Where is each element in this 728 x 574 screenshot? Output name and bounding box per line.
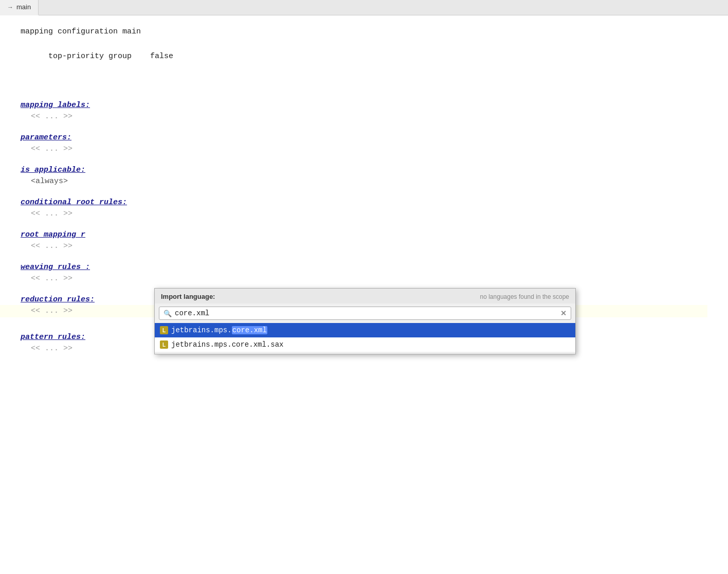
section-mapping-labels: mapping labels: << ... >> [21,101,707,123]
popup-header: Import language: no languages found in t… [155,289,575,303]
popup-hint: no languages found in the scope [480,293,569,300]
popup-search-box[interactable]: 🔍 ✕ [159,307,571,320]
item-icon: L [160,326,168,334]
popup-title: Import language: [161,293,215,300]
item-suffix: .sax [266,340,284,349]
import-language-popup: Import language: no languages found in t… [154,288,576,354]
list-item[interactable]: L jetbrains.mps.core.xml.sax [155,337,575,352]
search-icon: 🔍 [163,310,172,317]
tab-label: main [16,3,31,11]
config-key: top-priority group false [48,52,173,61]
search-input[interactable] [175,309,557,317]
item-match: core.xml [232,326,267,334]
popup-list: L jetbrains.mps.core.xml L jetbrains.mps… [155,323,575,352]
weaving-rules-placeholder: << ... >> [21,273,707,285]
item-text: jetbrains.mps.core.xml [171,326,267,334]
pattern-rules-link[interactable]: pattern rules: [21,333,85,342]
weaving-rules-link[interactable]: weaving rules : [21,263,90,272]
item-text: jetbrains.mps.core.xml.sax [171,340,283,349]
config-header: mapping configuration main top-priority … [21,26,707,75]
is-applicable-link[interactable]: is applicable: [21,166,85,174]
section-root-mapping-rules: root mapping r << ... >> [21,230,707,253]
conditional-root-rules-placeholder: << ... >> [21,208,707,220]
config-line1: mapping configuration main [21,26,707,38]
tab-main[interactable]: → main [0,0,39,15]
is-applicable-value: <always> [21,175,707,188]
tab-bar: → main [0,0,728,15]
list-item[interactable]: L jetbrains.mps.core.xml [155,323,575,337]
section-conditional-root-rules: conditional root rules: << ... >> [21,198,707,220]
tab-arrow-icon: → [7,4,13,11]
parameters-link[interactable]: parameters: [21,133,71,142]
clear-icon[interactable]: ✕ [560,309,567,317]
config-line2: top-priority group false [21,38,707,75]
item-match: core.xml [232,340,266,349]
parameters-placeholder: << ... >> [21,143,707,155]
conditional-root-rules-link[interactable]: conditional root rules: [21,198,127,207]
section-weaving-rules: weaving rules : << ... >> [21,263,707,285]
root-mapping-rules-link[interactable]: root mapping r [21,230,85,239]
root-mapping-rules-placeholder: << ... >> [21,240,707,253]
mapping-labels-link[interactable]: mapping labels: [21,101,90,110]
section-is-applicable: is applicable: <always> [21,166,707,188]
item-icon: L [160,340,168,349]
editor-area: mapping configuration main top-priority … [0,15,728,574]
reduction-rules-link[interactable]: reduction rules: [21,295,95,304]
item-prefix: jetbrains.mps. [171,340,232,349]
mapping-labels-placeholder: << ... >> [21,111,707,123]
item-prefix: jetbrains.mps. [171,326,232,334]
section-parameters: parameters: << ... >> [21,133,707,155]
